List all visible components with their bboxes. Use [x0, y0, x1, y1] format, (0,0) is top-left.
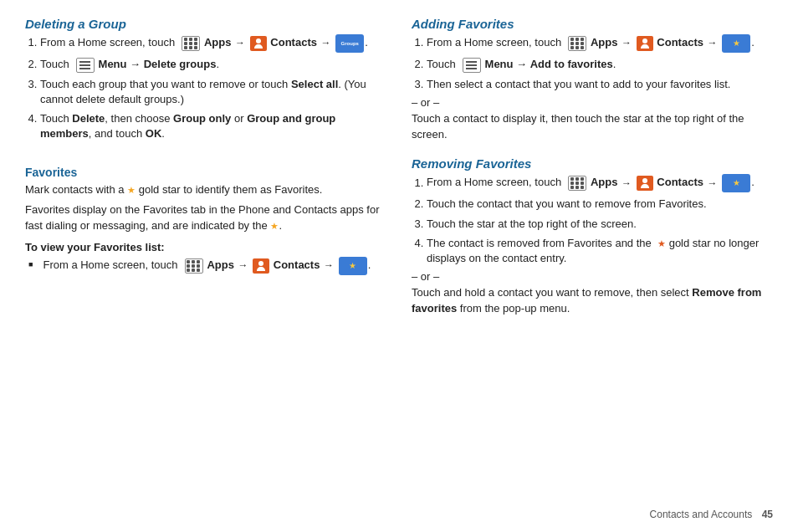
favorites-para1: Mark contacts with a ★ gold star to iden…: [25, 182, 386, 198]
to-view-text: From a Home screen, touch Apps →: [43, 257, 371, 275]
add-or-line: – or –: [412, 96, 773, 109]
apps-label: Apps: [204, 36, 232, 49]
favorites-title: Favorites: [25, 166, 386, 179]
left-column: Deleting a Group From a Home screen, tou…: [25, 17, 386, 515]
removing-favorites-steps: From a Home screen, touch Apps → Contac: [412, 174, 773, 266]
remove-or-text: Touch and hold a contact you want to rem…: [412, 285, 773, 317]
add-step-2: Touch Menu → Add to favorites.: [427, 57, 773, 73]
to-view-item: From a Home screen, touch Apps →: [28, 257, 386, 275]
favorites-badge-add1: ★: [722, 34, 750, 53]
adding-favorites-title: Adding Favorites: [412, 17, 773, 31]
remove-step-2: Touch the contact that you want to remov…: [427, 197, 773, 212]
adding-favorites-steps: From a Home screen, touch Apps → Contac: [412, 34, 773, 92]
favorites-badge-left: ★: [339, 257, 367, 275]
removing-favorites-title: Removing Favorites: [412, 156, 773, 171]
page-number: 45: [762, 509, 773, 520]
add-or-text: Touch a contact to display it, then touc…: [412, 111, 773, 143]
contacts-icon-2: [253, 258, 269, 274]
menu-icon-2: [463, 58, 481, 73]
svg-point-2: [642, 38, 647, 43]
groups-badge: Groups: [335, 34, 364, 53]
remove-step-3: Touch the star at the top right of the s…: [427, 217, 773, 232]
delete-step-4: Touch Delete, then choose Group only or …: [40, 111, 386, 141]
deleting-group-section: Deleting a Group From a Home screen, tou…: [25, 17, 386, 146]
apps-icon-2: [185, 258, 203, 274]
delete-step-2: Touch Menu → Delete groups.: [40, 57, 386, 73]
favorites-para2: Favorites display on the Favorites tab i…: [25, 202, 386, 234]
contacts-icon-4: [637, 176, 653, 191]
svg-point-0: [256, 38, 261, 43]
delete-step-3: Touch each group that you want to remove…: [40, 77, 386, 107]
arrow-icon: →: [235, 37, 245, 49]
menu-icon: [76, 58, 95, 73]
delete-step-1: From a Home screen, touch Apps → Contac: [40, 34, 386, 53]
svg-point-1: [258, 261, 263, 266]
apps-icon-3: [568, 36, 586, 51]
favorites-section: Favorites Mark contacts with a ★ gold st…: [25, 157, 386, 279]
favorites-badge-remove1: ★: [722, 174, 750, 192]
apps-label-2: Apps: [207, 258, 234, 271]
contacts-label: Contacts: [270, 36, 317, 49]
apps-icon: [182, 36, 200, 51]
removing-favorites-section: Removing Favorites From a Home screen, t…: [412, 156, 773, 320]
star-orange-icon: ★: [657, 238, 666, 248]
footer: Contacts and Accounts 45: [650, 509, 773, 520]
remove-from-favorites-label: Remove from favorites: [412, 286, 761, 315]
to-view-label: To view your Favorites list:: [25, 241, 386, 253]
right-column: Adding Favorites From a Home screen, tou…: [412, 17, 773, 515]
deleting-group-title: Deleting a Group: [25, 17, 386, 31]
page-content: Deleting a Group From a Home screen, tou…: [0, 0, 798, 532]
contacts-icon-3: [637, 36, 653, 51]
remove-step-4-text: The contact is removed from Favorites an…: [427, 237, 654, 249]
remove-step-4: The contact is removed from Favorites an…: [427, 236, 773, 266]
to-view-list: From a Home screen, touch Apps →: [25, 257, 386, 275]
add-step-1: From a Home screen, touch Apps → Contac: [427, 34, 773, 53]
add-step-3: Then select a contact that you want to a…: [427, 77, 773, 92]
deleting-group-steps: From a Home screen, touch Apps → Contac: [25, 34, 386, 141]
remove-step-1: From a Home screen, touch Apps → Contac: [427, 174, 773, 192]
footer-text: Contacts and Accounts: [650, 509, 753, 520]
svg-point-3: [642, 178, 647, 183]
remove-or-line: – or –: [412, 270, 773, 283]
star-indicator-icon: ★: [270, 221, 279, 231]
star-gold-icon: ★: [127, 185, 136, 195]
apps-icon-4: [568, 176, 586, 191]
adding-favorites-section: Adding Favorites From a Home screen, tou…: [412, 17, 773, 146]
contacts-icon: [250, 36, 267, 51]
